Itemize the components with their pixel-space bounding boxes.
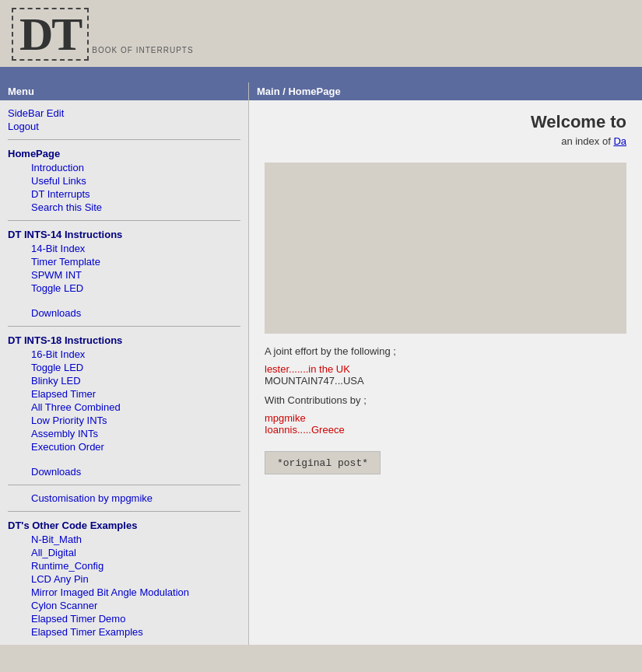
sidebar-link-16bit-index[interactable]: 16-Bit Index <box>31 348 240 361</box>
sidebar-link-all-three-combined[interactable]: All Three Combined <box>31 401 240 414</box>
sidebar-link-customisation[interactable]: Customisation by mpgmike <box>31 492 240 505</box>
contributor-mountain747: MOUNTAIN747...USA <box>265 375 626 387</box>
logo: DT <box>12 8 89 61</box>
sidebar-ints18-items: 16-Bit Index Toggle LED Blinky LED Elaps… <box>8 348 240 453</box>
sidebar-link-downloads-14[interactable]: Downloads <box>31 306 240 320</box>
sidebar-link-assembly-ints[interactable]: Assembly INTs <box>31 427 240 440</box>
sidebar-ints14-extra: Downloads <box>8 306 240 320</box>
sidebar: Menu SideBar Edit Logout HomePage Introd… <box>0 82 249 645</box>
sidebar-link-spwm-int[interactable]: SPWM INT <box>31 268 240 282</box>
sidebar-link-elapsed-timer[interactable]: Elapsed Timer <box>31 387 240 401</box>
contributor-mpgmike[interactable]: mpgmike <box>265 412 626 424</box>
sidebar-link-sidebar-edit[interactable]: SideBar Edit <box>8 107 240 120</box>
content-body: Welcome to an index of Da A joint effort… <box>249 100 642 486</box>
content-area: Main / HomePage Welcome to an index of D… <box>249 82 642 645</box>
contributor-lester[interactable]: lester.......in the UK <box>265 363 626 375</box>
logo-subtitle: BOOK OF INTERRUPTS <box>92 46 193 54</box>
sidebar-link-dt-interrupts[interactable]: DT Interrupts <box>31 187 240 201</box>
sidebar-link-logout[interactable]: Logout <box>8 120 240 133</box>
sidebar-link-execution-order[interactable]: Execution Order <box>31 440 240 453</box>
sidebar-section-homepage: HomePage <box>8 148 240 159</box>
nav-bar <box>0 67 642 82</box>
sidebar-link-cylon-scanner[interactable]: Cylon Scanner <box>31 599 240 612</box>
sidebar-section-ints18: DT INTS-18 Instructions <box>8 334 240 346</box>
welcome-title: Welcome to <box>265 112 626 132</box>
welcome-subtitle-link[interactable]: Da <box>613 135 626 147</box>
contributor-ioannis[interactable]: Ioannis.....Greece <box>265 424 626 436</box>
header: DT BOOK OF INTERRUPTS <box>0 0 642 67</box>
sidebar-link-toggle-led-18[interactable]: Toggle LED <box>31 361 240 374</box>
sidebar-divider-5 <box>8 511 240 512</box>
sidebar-header: Menu <box>0 82 248 100</box>
sidebar-link-nbit-math[interactable]: N-Bit_Math <box>31 533 240 546</box>
sidebar-link-introduction[interactable]: Introduction <box>31 161 240 174</box>
content-header: Main / HomePage <box>249 82 642 100</box>
sidebar-customisation: Customisation by mpgmike <box>8 492 240 505</box>
welcome-subtitle: an index of Da <box>265 135 626 147</box>
sidebar-link-timer-template[interactable]: Timer Template <box>31 255 240 268</box>
sidebar-link-downloads-18[interactable]: Downloads <box>31 465 240 478</box>
sidebar-other-items: N-Bit_Math All_Digital Runtime_Config LC… <box>8 533 240 639</box>
sidebar-content: SideBar Edit Logout HomePage Introductio… <box>0 100 248 645</box>
sidebar-link-elapsed-timer-demo[interactable]: Elapsed Timer Demo <box>31 612 240 625</box>
contributions-section: With Contributions by ; mpgmike Ioannis.… <box>265 394 626 436</box>
original-post-box: *original post* <box>265 451 381 474</box>
sidebar-section-ints14: DT INTS-14 Instructions <box>8 229 240 240</box>
sidebar-link-lcd-any-pin[interactable]: LCD Any Pin <box>31 572 240 586</box>
sidebar-link-useful-links[interactable]: Useful Links <box>31 174 240 187</box>
content-image-placeholder <box>265 163 626 334</box>
sidebar-link-mirror-imaged[interactable]: Mirror Imaged Bit Angle Modulation <box>31 586 240 599</box>
sidebar-section-other: DT's Other Code Examples <box>8 520 240 531</box>
sidebar-ints18-extra: Downloads <box>8 465 240 478</box>
sidebar-divider-4 <box>8 485 240 485</box>
sidebar-link-elapsed-timer-examples[interactable]: Elapsed Timer Examples <box>31 625 240 639</box>
joint-effort-text: A joint effort by the following ; <box>265 345 626 357</box>
main-layout: Menu SideBar Edit Logout HomePage Introd… <box>0 82 642 645</box>
sidebar-ints14-items: 14-Bit Index Timer Template SPWM INT Tog… <box>8 242 240 295</box>
original-post-text: *original post* <box>277 457 368 469</box>
sidebar-link-toggle-led-14[interactable]: Toggle LED <box>31 282 240 295</box>
sidebar-link-blinky-led[interactable]: Blinky LED <box>31 374 240 387</box>
sidebar-divider-3 <box>8 326 240 327</box>
sidebar-link-search[interactable]: Search this Site <box>31 201 240 214</box>
sidebar-link-low-priority-ints[interactable]: Low Priority INTs <box>31 414 240 427</box>
sidebar-link-14bit-index[interactable]: 14-Bit Index <box>31 242 240 255</box>
sidebar-divider-1 <box>8 139 240 140</box>
sidebar-divider-2 <box>8 220 240 221</box>
sidebar-homepage-items: Introduction Useful Links DT Interrupts … <box>8 161 240 214</box>
sidebar-link-all-digital[interactable]: All_Digital <box>31 546 240 559</box>
sidebar-link-runtime-config[interactable]: Runtime_Config <box>31 559 240 572</box>
welcome-subtitle-prefix: an index of <box>561 135 613 147</box>
contributions-text: With Contributions by ; <box>265 394 626 406</box>
